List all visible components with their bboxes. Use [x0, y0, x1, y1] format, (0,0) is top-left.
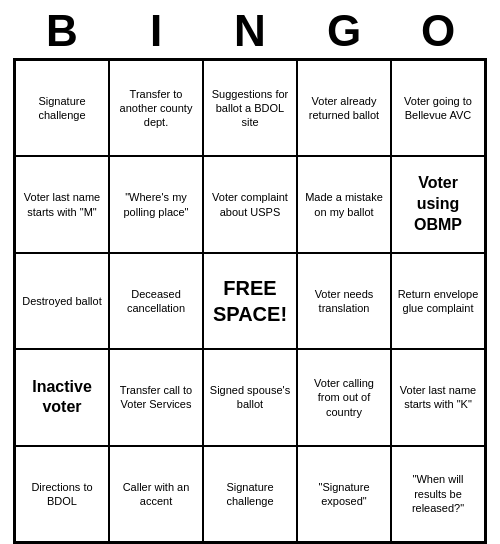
- bingo-cell-13: Voter needs translation: [297, 253, 391, 349]
- bingo-cell-24: "When will results be released?": [391, 446, 485, 542]
- bingo-cell-14: Return envelope glue complaint: [391, 253, 485, 349]
- bingo-cell-5: Voter last name starts with "M": [15, 156, 109, 252]
- bingo-cell-21: Caller with an accent: [109, 446, 203, 542]
- bingo-cell-2: Suggestions for ballot a BDOL site: [203, 60, 297, 156]
- bingo-cell-7: Voter complaint about USPS: [203, 156, 297, 252]
- bingo-cell-11: Deceased cancellation: [109, 253, 203, 349]
- bingo-cell-15: Inactive voter: [15, 349, 109, 445]
- bingo-cell-23: "Signature exposed": [297, 446, 391, 542]
- bingo-cell-20: Directions to BDOL: [15, 446, 109, 542]
- bingo-cell-1: Transfer to another county dept.: [109, 60, 203, 156]
- bingo-cell-17: Signed spouse's ballot: [203, 349, 297, 445]
- bingo-cell-3: Voter already returned ballot: [297, 60, 391, 156]
- bingo-cell-22: Signature challenge: [203, 446, 297, 542]
- bingo-cell-0: Signature challenge: [15, 60, 109, 156]
- letter-o: O: [398, 6, 478, 56]
- bingo-cell-9: Voter using OBMP: [391, 156, 485, 252]
- bingo-cell-16: Transfer call to Voter Services: [109, 349, 203, 445]
- letter-i: I: [116, 6, 196, 56]
- bingo-cell-18: Voter calling from out of country: [297, 349, 391, 445]
- bingo-cell-19: Voter last name starts with "K": [391, 349, 485, 445]
- bingo-header: B I N G O: [15, 0, 485, 58]
- bingo-cell-8: Made a mistake on my ballot: [297, 156, 391, 252]
- bingo-cell-6: "Where's my polling place": [109, 156, 203, 252]
- bingo-cell-4: Voter going to Bellevue AVC: [391, 60, 485, 156]
- letter-g: G: [304, 6, 384, 56]
- bingo-cell-10: Destroyed ballot: [15, 253, 109, 349]
- bingo-grid: Signature challengeTransfer to another c…: [13, 58, 487, 544]
- letter-n: N: [210, 6, 290, 56]
- letter-b: B: [22, 6, 102, 56]
- bingo-cell-12: FREE SPACE!: [203, 253, 297, 349]
